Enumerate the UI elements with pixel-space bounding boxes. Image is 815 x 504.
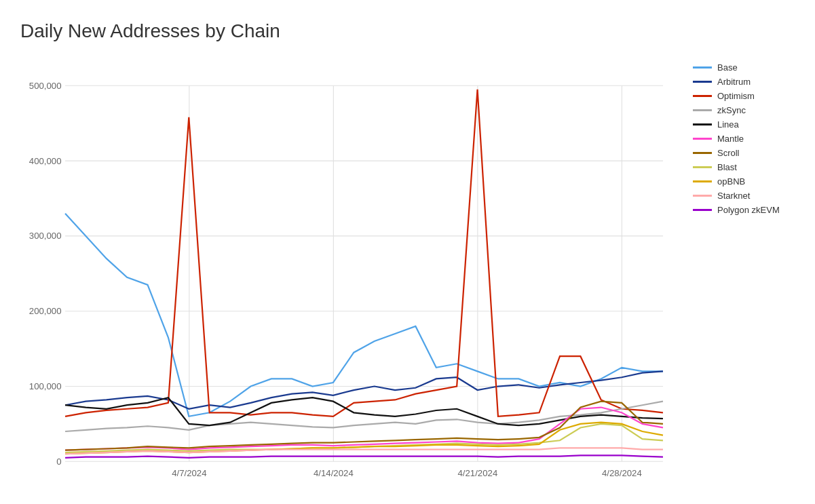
x-label-apr7: 4/7/2024 xyxy=(172,468,206,478)
legend-item-polygon-zkevm: Polygon zkEVM xyxy=(693,205,801,215)
legend-line-base xyxy=(693,66,712,69)
legend-label-zksync: zkSync xyxy=(717,105,746,115)
y-label-400k: 400,000 xyxy=(29,156,62,166)
legend-label-scroll: Scroll xyxy=(717,148,740,158)
legend-item-mantle: Mantle xyxy=(693,134,801,144)
legend-label-polygon-zkevm: Polygon zkEVM xyxy=(717,205,780,215)
x-label-apr21: 4/21/2024 xyxy=(457,468,497,478)
legend-label-opbnb: opBNB xyxy=(717,176,745,187)
chart-container: Daily New Addresses by Chain xyxy=(0,0,815,504)
chart-body: 500,000 400,000 300,000 200,000 100,000 … xyxy=(20,56,801,492)
legend-line-zksync xyxy=(693,109,712,111)
legend-label-linea: Linea xyxy=(717,119,739,130)
legend-item-starknet: Starknet xyxy=(693,191,801,201)
x-label-apr14: 4/14/2024 xyxy=(314,468,354,478)
legend-label-blast: Blast xyxy=(717,162,737,172)
starknet-line xyxy=(65,448,663,454)
legend-item-arbitrum: Arbitrum xyxy=(693,77,801,87)
legend-line-optimism xyxy=(693,95,712,97)
chart-title: Daily New Addresses by Chain xyxy=(20,20,801,42)
legend-line-scroll xyxy=(693,152,712,154)
legend-line-opbnb xyxy=(693,180,712,182)
legend-item-zksync: zkSync xyxy=(693,105,801,115)
legend-item-blast: Blast xyxy=(693,162,801,172)
y-label-300k: 300,000 xyxy=(29,231,62,241)
y-label-500k: 500,000 xyxy=(29,81,62,91)
y-label-200k: 200,000 xyxy=(29,306,62,316)
legend-item-opbnb: opBNB xyxy=(693,176,801,187)
legend-item-linea: Linea xyxy=(693,119,801,130)
x-label-apr28: 4/28/2024 xyxy=(602,468,642,478)
legend-item-base: Base xyxy=(693,62,801,73)
legend-label-optimism: Optimism xyxy=(717,91,755,101)
polygon-zkevm-line xyxy=(65,455,663,457)
legend-line-starknet xyxy=(693,195,712,197)
legend-label-base: Base xyxy=(717,62,738,73)
legend-line-mantle xyxy=(693,138,712,140)
legend-line-arbitrum xyxy=(693,81,712,83)
arbitrum-line xyxy=(65,371,663,408)
legend-label-starknet: Starknet xyxy=(717,191,750,201)
legend-item-scroll: Scroll xyxy=(693,148,801,158)
optimism-line xyxy=(65,90,663,416)
y-label-0: 0 xyxy=(56,457,61,467)
chart-area: 500,000 400,000 300,000 200,000 100,000 … xyxy=(20,56,693,492)
legend-item-optimism: Optimism xyxy=(693,91,801,101)
legend-label-arbitrum: Arbitrum xyxy=(717,77,751,87)
chart-legend: Base Arbitrum Optimism zkSync Linea Mant… xyxy=(693,56,801,492)
legend-line-polygon-zkevm xyxy=(693,209,712,211)
legend-line-linea xyxy=(693,123,712,125)
legend-label-mantle: Mantle xyxy=(717,134,744,144)
legend-line-blast xyxy=(693,166,712,168)
chart-svg: 500,000 400,000 300,000 200,000 100,000 … xyxy=(20,56,693,492)
y-label-100k: 100,000 xyxy=(29,381,62,391)
